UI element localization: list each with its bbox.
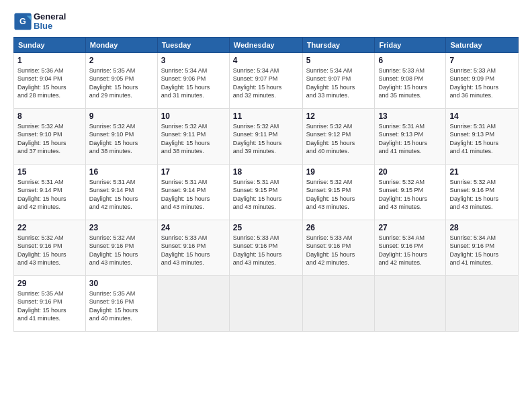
- calendar-cell: 28Sunrise: 5:34 AMSunset: 9:16 PMDayligh…: [446, 220, 519, 275]
- day-detail: Sunrise: 5:32 AMSunset: 9:10 PMDaylight:…: [17, 122, 82, 156]
- logo-icon: G: [13, 12, 32, 31]
- day-number: 4: [233, 56, 299, 65]
- calendar-cell: 8Sunrise: 5:32 AMSunset: 9:10 PMDaylight…: [14, 108, 86, 164]
- day-detail: Sunrise: 5:34 AMSunset: 9:16 PMDaylight:…: [449, 234, 515, 267]
- day-detail: Sunrise: 5:33 AMSunset: 9:16 PMDaylight:…: [161, 234, 226, 267]
- day-number: 19: [306, 167, 371, 177]
- day-number: 20: [378, 167, 442, 177]
- day-detail: Sunrise: 5:35 AMSunset: 9:05 PMDaylight:…: [89, 66, 154, 100]
- calendar-cell: 29Sunrise: 5:35 AMSunset: 9:16 PMDayligh…: [14, 275, 86, 331]
- calendar-cell: 20Sunrise: 5:32 AMSunset: 9:15 PMDayligh…: [375, 164, 446, 220]
- calendar-cell: 6Sunrise: 5:33 AMSunset: 9:08 PMDaylight…: [375, 52, 446, 108]
- logo: G General Blue: [13, 12, 66, 32]
- day-number: 13: [378, 111, 442, 121]
- weekday-header-thursday: Thursday: [302, 37, 375, 52]
- day-detail: Sunrise: 5:32 AMSunset: 9:11 PMDaylight:…: [161, 122, 226, 156]
- day-number: 16: [89, 167, 154, 177]
- day-detail: Sunrise: 5:31 AMSunset: 9:13 PMDaylight:…: [449, 122, 515, 156]
- day-detail: Sunrise: 5:32 AMSunset: 9:12 PMDaylight:…: [306, 122, 371, 156]
- day-number: 11: [233, 111, 299, 121]
- weekday-header-row: SundayMondayTuesdayWednesdayThursdayFrid…: [14, 37, 519, 52]
- day-detail: Sunrise: 5:33 AMSunset: 9:16 PMDaylight:…: [306, 234, 371, 267]
- calendar-cell: 18Sunrise: 5:31 AMSunset: 9:15 PMDayligh…: [229, 164, 302, 220]
- day-number: 21: [449, 167, 515, 177]
- calendar-cell: 16Sunrise: 5:31 AMSunset: 9:14 PMDayligh…: [85, 164, 157, 220]
- day-detail: Sunrise: 5:32 AMSunset: 9:11 PMDaylight:…: [233, 122, 299, 156]
- calendar-table: SundayMondayTuesdayWednesdayThursdayFrid…: [13, 37, 519, 332]
- day-number: 27: [378, 223, 442, 232]
- day-detail: Sunrise: 5:33 AMSunset: 9:09 PMDaylight:…: [449, 66, 515, 100]
- calendar-cell: 26Sunrise: 5:33 AMSunset: 9:16 PMDayligh…: [302, 220, 375, 275]
- calendar-cell: [157, 275, 229, 331]
- day-number: 5: [306, 56, 371, 65]
- day-detail: Sunrise: 5:35 AMSunset: 9:16 PMDaylight:…: [89, 289, 154, 323]
- day-number: 18: [233, 167, 299, 177]
- header: G General Blue: [13, 12, 519, 32]
- calendar-body: 1Sunrise: 5:36 AMSunset: 9:04 PMDaylight…: [14, 52, 519, 331]
- calendar-cell: 24Sunrise: 5:33 AMSunset: 9:16 PMDayligh…: [157, 220, 229, 275]
- day-number: 9: [89, 111, 154, 121]
- calendar-cell: [229, 275, 302, 331]
- day-number: 24: [161, 223, 226, 232]
- calendar-cell: 1Sunrise: 5:36 AMSunset: 9:04 PMDaylight…: [14, 52, 86, 108]
- day-detail: Sunrise: 5:32 AMSunset: 9:16 PMDaylight:…: [17, 234, 82, 267]
- calendar-cell: 30Sunrise: 5:35 AMSunset: 9:16 PMDayligh…: [85, 275, 157, 331]
- weekday-header-wednesday: Wednesday: [229, 37, 302, 52]
- calendar-cell: 27Sunrise: 5:34 AMSunset: 9:16 PMDayligh…: [375, 220, 446, 275]
- calendar-cell: 9Sunrise: 5:32 AMSunset: 9:10 PMDaylight…: [85, 108, 157, 164]
- calendar-cell: 23Sunrise: 5:32 AMSunset: 9:16 PMDayligh…: [85, 220, 157, 275]
- day-number: 30: [89, 279, 154, 288]
- calendar-cell: 3Sunrise: 5:34 AMSunset: 9:06 PMDaylight…: [157, 52, 229, 108]
- day-number: 10: [161, 111, 226, 121]
- day-number: 23: [89, 223, 154, 232]
- day-number: 2: [89, 56, 154, 65]
- day-detail: Sunrise: 5:34 AMSunset: 9:07 PMDaylight:…: [233, 66, 299, 100]
- calendar-page: G General Blue SundayMondayTuesdayWednes…: [0, 0, 532, 411]
- weekday-header-monday: Monday: [85, 37, 157, 52]
- day-detail: Sunrise: 5:32 AMSunset: 9:10 PMDaylight:…: [89, 122, 154, 156]
- day-detail: Sunrise: 5:34 AMSunset: 9:16 PMDaylight:…: [378, 234, 442, 267]
- svg-text:G: G: [19, 17, 26, 26]
- weekday-header-friday: Friday: [375, 37, 446, 52]
- day-number: 22: [17, 223, 82, 232]
- day-detail: Sunrise: 5:33 AMSunset: 9:16 PMDaylight:…: [233, 234, 299, 267]
- day-detail: Sunrise: 5:31 AMSunset: 9:13 PMDaylight:…: [378, 122, 442, 156]
- calendar-cell: 21Sunrise: 5:32 AMSunset: 9:16 PMDayligh…: [446, 164, 519, 220]
- calendar-cell: 13Sunrise: 5:31 AMSunset: 9:13 PMDayligh…: [375, 108, 446, 164]
- calendar-cell: 10Sunrise: 5:32 AMSunset: 9:11 PMDayligh…: [157, 108, 229, 164]
- day-detail: Sunrise: 5:33 AMSunset: 9:08 PMDaylight:…: [378, 66, 442, 100]
- calendar-cell: 7Sunrise: 5:33 AMSunset: 9:09 PMDaylight…: [446, 52, 519, 108]
- day-number: 25: [233, 223, 299, 232]
- weekday-header-saturday: Saturday: [446, 37, 519, 52]
- day-detail: Sunrise: 5:32 AMSunset: 9:16 PMDaylight:…: [449, 178, 515, 212]
- day-detail: Sunrise: 5:35 AMSunset: 9:16 PMDaylight:…: [17, 289, 82, 323]
- day-number: 7: [449, 56, 515, 65]
- calendar-cell: 11Sunrise: 5:32 AMSunset: 9:11 PMDayligh…: [229, 108, 302, 164]
- calendar-cell: 5Sunrise: 5:34 AMSunset: 9:07 PMDaylight…: [302, 52, 375, 108]
- calendar-cell: 22Sunrise: 5:32 AMSunset: 9:16 PMDayligh…: [14, 220, 86, 275]
- day-detail: Sunrise: 5:34 AMSunset: 9:06 PMDaylight:…: [161, 66, 226, 100]
- logo-text: General Blue: [34, 12, 66, 32]
- calendar-cell: [375, 275, 446, 331]
- day-number: 29: [17, 279, 82, 288]
- day-number: 12: [306, 111, 371, 121]
- day-number: 8: [17, 111, 82, 121]
- day-detail: Sunrise: 5:32 AMSunset: 9:16 PMDaylight:…: [89, 234, 154, 267]
- day-detail: Sunrise: 5:36 AMSunset: 9:04 PMDaylight:…: [17, 66, 82, 100]
- day-detail: Sunrise: 5:31 AMSunset: 9:15 PMDaylight:…: [233, 178, 299, 212]
- day-number: 6: [378, 56, 442, 65]
- calendar-cell: 25Sunrise: 5:33 AMSunset: 9:16 PMDayligh…: [229, 220, 302, 275]
- logo-line1: General: [34, 12, 66, 21]
- day-number: 14: [449, 111, 515, 121]
- weekday-header-sunday: Sunday: [14, 37, 86, 52]
- day-detail: Sunrise: 5:32 AMSunset: 9:15 PMDaylight:…: [378, 178, 442, 212]
- day-number: 1: [17, 56, 82, 65]
- day-number: 28: [449, 223, 515, 232]
- day-number: 15: [17, 167, 82, 177]
- day-detail: Sunrise: 5:31 AMSunset: 9:14 PMDaylight:…: [89, 178, 154, 212]
- day-number: 26: [306, 223, 371, 232]
- calendar-cell: 15Sunrise: 5:31 AMSunset: 9:14 PMDayligh…: [14, 164, 86, 220]
- calendar-cell: 4Sunrise: 5:34 AMSunset: 9:07 PMDaylight…: [229, 52, 302, 108]
- day-detail: Sunrise: 5:31 AMSunset: 9:14 PMDaylight:…: [17, 178, 82, 212]
- calendar-cell: 17Sunrise: 5:31 AMSunset: 9:14 PMDayligh…: [157, 164, 229, 220]
